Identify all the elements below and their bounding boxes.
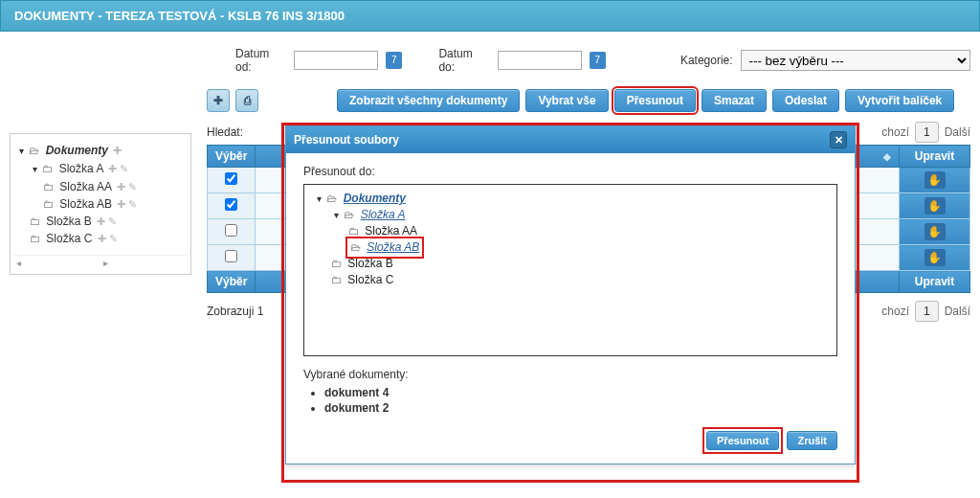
dest-node-a[interactable]: ▾ 🗁 Složka A 🗀 Složka AA 🗁 [331,207,829,256]
calendar-icon[interactable]: 7 [386,52,402,69]
date-from-input[interactable] [294,51,378,70]
folder-open-icon: 🗁 [326,191,340,207]
folder-icon: 🗀 [42,160,56,177]
edit-icon[interactable]: ✋ [924,171,946,189]
tree-node-label: Složka AB [59,197,112,211]
dialog-cancel-button[interactable]: Zrušit [787,431,837,450]
tree-node-label: Složka C [46,232,92,245]
chevron-down-icon[interactable]: ▾ [30,161,39,178]
selected-docs-list: dokument 4 dokument 2 [303,381,837,416]
tree-node-actions[interactable]: ✚ [113,145,122,156]
tree-node-label: Složka A [59,162,103,175]
chevron-down-icon[interactable]: ▾ [16,143,26,160]
dialog-ok-button[interactable]: Přesunout [706,431,779,450]
col-upravit-footer[interactable]: Upravit [900,271,970,293]
upload-button[interactable]: ⎙ [235,89,258,112]
col-vyber-header[interactable]: Výběr [208,146,256,168]
tree-node-a[interactable]: ▾ 🗀 Složka A ✚ ✎ 🗀 Složka AA ✚ ✎ [30,160,187,213]
pager-page-number[interactable]: 1 [915,122,939,143]
result-status: Zobrazuji 1 [207,305,263,318]
pager-prev[interactable]: chozí [881,125,909,139]
dest-node-label[interactable]: Složka A [361,208,406,221]
dialog-footer: Přesunout Zrušit [303,431,837,450]
create-package-button[interactable]: Vytvořit balíček [845,89,954,112]
pager-next[interactable]: Další [945,305,970,318]
show-all-button[interactable]: Zobrazit všechny dokumenty [337,89,520,112]
row-checkbox[interactable] [225,224,237,237]
dialog-title: Přesunout soubory [294,133,399,147]
dest-node-label[interactable]: Složka B [347,257,392,270]
move-files-dialog: Přesunout soubory ✕ Přesunout do: ▾ 🗁 Do… [285,125,856,464]
tree-node-actions[interactable]: ✚ ✎ [108,163,128,174]
tree-node-root[interactable]: ▾ 🗁 Dokumenty ✚ ▾ 🗀 Složka A ✚ ✎ 🗀 [16,142,187,247]
col-vyber-footer[interactable]: Výběr [208,271,256,293]
pager-prev[interactable]: chozí [881,305,909,318]
dest-node-c[interactable]: 🗀 Složka C [331,272,829,288]
select-all-button[interactable]: Vybrat vše [525,89,608,112]
tree-node-label: Složka B [46,215,91,228]
tree-node-b[interactable]: 🗀 Složka B ✚ ✎ [30,213,187,230]
row-checkbox[interactable] [225,250,237,262]
close-icon[interactable]: ✕ [830,131,847,148]
selected-docs-label: Vybrané dokumenty: [303,368,837,381]
kategorie-label: Kategorie: [680,54,733,67]
tree-node-label: Složka AA [59,180,111,193]
tree-node-c[interactable]: 🗀 Složka C ✚ ✎ [30,230,187,247]
folder-icon: 🗀 [30,230,43,247]
window-title: DOKUMENTY - TEREZA TESTOVÁ - KSLB 76 INS… [14,9,345,23]
tree-node-actions[interactable]: ✚ ✎ [117,198,137,210]
selected-doc-item: dokument 2 [324,400,837,416]
row-checkbox[interactable] [225,172,237,185]
window-titlebar: DOKUMENTY - TEREZA TESTOVÁ - KSLB 76 INS… [0,0,980,32]
dest-node-root[interactable]: ▾ 🗁 Dokumenty ▾ 🗁 Složka A 🗀 Složka AA [314,191,829,288]
edit-icon[interactable]: ✋ [924,223,946,240]
delete-button[interactable]: Smazat [702,89,767,112]
dialog-titlebar[interactable]: Přesunout soubory ✕ [286,126,855,153]
search-label: Hledat: [207,125,256,139]
tree-node-actions[interactable]: ✚ ✎ [98,233,118,244]
tree-node-aa[interactable]: 🗀 Složka AA ✚ ✎ [43,178,187,195]
move-button[interactable]: Přesunout [614,89,696,112]
folder-icon: 🗀 [30,213,43,230]
dest-root-label[interactable]: Dokumenty [344,192,406,205]
chevron-down-icon[interactable]: ▾ [331,207,341,223]
folder-open-icon: 🗁 [350,239,364,256]
calendar-icon[interactable]: 7 [590,52,606,69]
selected-doc-item: dokument 4 [324,385,837,400]
dest-node-b[interactable]: 🗀 Složka B [331,256,829,272]
kategorie-select[interactable]: --- bez výběru --- [741,50,970,71]
date-to-label: Datum do: [438,47,489,74]
send-button[interactable]: Odeslat [772,89,839,112]
col-upravit-header[interactable]: Upravit [900,146,970,168]
destination-tree[interactable]: ▾ 🗁 Dokumenty ▾ 🗁 Složka A 🗀 Složka AA [303,184,837,356]
row-checkbox[interactable] [225,198,237,211]
add-button[interactable]: ✚ [207,89,230,112]
chevron-down-icon[interactable]: ▾ [314,191,323,207]
sort-icon[interactable]: ◆ [883,151,891,162]
dest-selected-label[interactable]: Složka AB [367,240,419,254]
folder-open-icon: 🗁 [29,142,42,159]
toolbar: ✚ ⎙ Zobrazit všechny dokumenty Vybrat vš… [207,87,970,122]
dest-node-ab[interactable]: 🗁 Složka AB [348,239,829,256]
pager-next[interactable]: Další [945,125,970,139]
folder-icon: 🗀 [348,223,362,239]
dest-node-aa[interactable]: 🗀 Složka AA [348,223,829,239]
folder-icon: 🗀 [43,195,56,213]
tree-node-actions[interactable]: ✚ ✎ [97,215,117,227]
edit-icon[interactable]: ✋ [924,197,946,215]
date-to-input[interactable] [498,51,582,70]
folder-icon: 🗀 [331,256,345,272]
edit-icon[interactable]: ✋ [924,249,946,266]
sidebar-scrollbar[interactable]: ◂ ▸ [14,255,187,270]
pager-page-number[interactable]: 1 [915,301,939,322]
destination-label: Přesunout do: [303,165,837,178]
folder-icon: 🗀 [331,272,345,288]
dest-node-label[interactable]: Složka AA [365,224,417,238]
folder-icon: 🗀 [43,178,56,195]
dest-node-label[interactable]: Složka C [347,273,393,286]
tree-root-label: Dokumenty [46,144,108,157]
date-from-label: Datum od: [235,47,286,74]
tree-node-actions[interactable]: ✚ ✎ [117,181,137,192]
tree-node-ab[interactable]: 🗀 Složka AB ✚ ✎ [43,195,187,213]
filter-bar: Datum od: 7 Datum do: 7 Kategorie: --- b… [207,37,970,87]
